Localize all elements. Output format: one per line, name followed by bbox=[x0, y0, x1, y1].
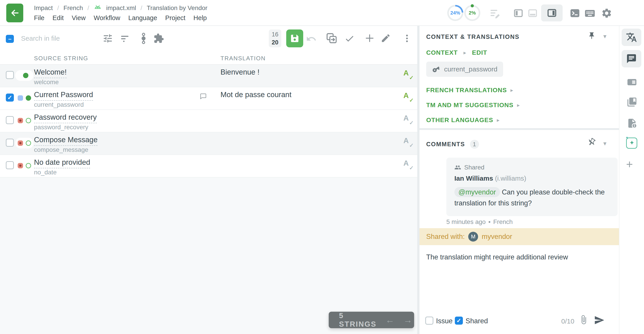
table-row[interactable]: ✓ Current Password current_password Mot … bbox=[0, 87, 417, 110]
section-other-languages[interactable]: OTHER LANGUAGES▸ bbox=[426, 117, 500, 124]
menu-view[interactable]: View bbox=[72, 14, 86, 22]
row-checkbox[interactable] bbox=[6, 71, 14, 79]
comments-panel: COMMENTS 1 ▾ Shared Ian Williams (i.will… bbox=[420, 130, 619, 334]
breadcrumb-workflow-step[interactable]: Translation by Vendor bbox=[147, 4, 207, 12]
table-row[interactable]: Welcome! welcome Bienvenue ! A✓ bbox=[0, 65, 417, 87]
qa-check-icon[interactable]: A✓ bbox=[404, 159, 413, 171]
bookmarks-rail-icon[interactable] bbox=[626, 97, 637, 107]
source-string[interactable]: Welcome! bbox=[34, 68, 67, 76]
workflow-steps-icon[interactable] bbox=[139, 33, 148, 44]
attachment-counter: 0/10 bbox=[561, 318, 574, 325]
menu-file[interactable]: File bbox=[34, 14, 44, 22]
section-tm-and-mt-suggestions[interactable]: TM AND MT SUGGESTIONS▸ bbox=[426, 102, 520, 109]
paperclip-icon[interactable] bbox=[579, 315, 588, 325]
save-button[interactable] bbox=[286, 29, 303, 47]
breadcrumb-project[interactable]: Impact bbox=[34, 4, 53, 12]
translation-status-icon bbox=[23, 73, 28, 78]
menu-project[interactable]: Project bbox=[165, 14, 185, 22]
source-string[interactable]: Current Password bbox=[34, 90, 93, 99]
ai-rail-icon[interactable]: ✦ ✦ bbox=[626, 138, 637, 149]
shared-checkbox[interactable]: ✓ bbox=[455, 317, 463, 325]
translation-text[interactable]: Mot de passe courant bbox=[220, 90, 291, 99]
table-row[interactable]: Password recovery password_recovery A✓ bbox=[0, 110, 417, 132]
more-vertical-icon[interactable] bbox=[402, 33, 412, 43]
comment-author-name[interactable]: Ian Williams bbox=[454, 174, 493, 182]
send-icon[interactable] bbox=[594, 315, 605, 326]
section-caret-icon: ▸ bbox=[497, 117, 500, 123]
add-string-icon[interactable] bbox=[364, 33, 375, 43]
prev-arrow-icon[interactable]: ← bbox=[386, 315, 394, 325]
edit-pencil-icon[interactable] bbox=[380, 33, 391, 43]
user-avatar[interactable] bbox=[621, 3, 636, 18]
terminal-icon[interactable] bbox=[569, 7, 580, 19]
edit-context-link[interactable]: EDIT bbox=[472, 49, 487, 56]
table-row[interactable]: No date provided no_date A✓ bbox=[0, 155, 417, 177]
menu-language[interactable]: Language bbox=[128, 14, 157, 22]
collapse-caret-icon[interactable]: ▾ bbox=[603, 33, 606, 40]
source-string[interactable]: Compose Message bbox=[34, 136, 98, 144]
qa-check-icon[interactable]: A✓ bbox=[404, 91, 413, 104]
edit-list-icon[interactable] bbox=[490, 7, 501, 19]
gear-icon[interactable] bbox=[601, 7, 612, 19]
filter-icon[interactable] bbox=[120, 34, 130, 44]
status-icons bbox=[15, 160, 34, 171]
mention-chip[interactable]: @myvendor bbox=[454, 187, 500, 197]
section-caret-icon: ▸ bbox=[464, 50, 466, 56]
row-checkbox[interactable] bbox=[6, 161, 14, 169]
context-link[interactable]: CONTEXT bbox=[426, 49, 458, 56]
copy-source-icon[interactable] bbox=[326, 32, 338, 44]
side-rail: ✦ ✦ + bbox=[619, 26, 644, 334]
string-key: welcome bbox=[34, 79, 58, 86]
keyboard-icon[interactable] bbox=[584, 7, 596, 19]
string-key-chip[interactable]: current_password bbox=[426, 62, 503, 77]
row-checkbox[interactable] bbox=[6, 139, 14, 147]
issue-checkbox[interactable] bbox=[425, 317, 433, 325]
puzzle-icon[interactable] bbox=[154, 33, 164, 44]
counter-bottom: 20 bbox=[272, 38, 278, 46]
breadcrumb-language[interactable]: French bbox=[64, 4, 83, 12]
select-all-checkbox[interactable]: – bbox=[6, 35, 14, 43]
key-icon bbox=[432, 65, 440, 73]
add-rail-icon[interactable]: + bbox=[626, 159, 633, 170]
qa-check-icon[interactable]: A✓ bbox=[404, 69, 413, 81]
translate-rail-icon[interactable] bbox=[622, 28, 641, 46]
layout-left-icon[interactable] bbox=[513, 8, 524, 18]
qa-check-icon[interactable]: A✓ bbox=[404, 136, 413, 149]
row-checkbox[interactable] bbox=[6, 116, 14, 124]
translation-text[interactable]: Bienvenue ! bbox=[220, 68, 260, 76]
unpin-icon[interactable] bbox=[588, 138, 596, 146]
section-french-translations[interactable]: FRENCH TRANSLATIONS▸ bbox=[426, 87, 513, 94]
table-row[interactable]: Compose Message compose_message A✓ bbox=[0, 132, 417, 155]
layout-bottom-icon[interactable] bbox=[527, 8, 538, 18]
back-button[interactable] bbox=[6, 3, 23, 22]
menu-edit[interactable]: Edit bbox=[52, 14, 64, 22]
approve-check-icon[interactable] bbox=[344, 33, 355, 44]
info-card-rail-icon[interactable] bbox=[626, 77, 637, 88]
row-checkbox[interactable]: ✓ bbox=[6, 94, 14, 102]
pin-icon[interactable] bbox=[588, 32, 596, 40]
next-arrow-icon[interactable]: → bbox=[404, 315, 412, 325]
translated-progress-ring[interactable]: 24% bbox=[447, 5, 463, 21]
qa-check-icon[interactable]: A✓ bbox=[404, 114, 413, 126]
visible-strings-counter[interactable]: 16 20 bbox=[269, 29, 281, 47]
breadcrumb-file[interactable]: impact.xml bbox=[106, 4, 136, 12]
strings-count-label: 5 STRINGS bbox=[339, 312, 376, 329]
menu-workflow[interactable]: Workflow bbox=[94, 14, 120, 22]
section-label: FRENCH TRANSLATIONS bbox=[426, 87, 507, 94]
undo-icon[interactable] bbox=[306, 33, 317, 44]
collapse-caret-icon[interactable]: ▾ bbox=[603, 140, 606, 147]
comments-rail-icon[interactable] bbox=[622, 50, 641, 67]
source-string[interactable]: Password recovery bbox=[34, 113, 97, 122]
comment-author-avatar bbox=[430, 162, 442, 174]
file-info-rail-icon[interactable] bbox=[626, 118, 637, 129]
comment-time[interactable]: 5 minutes ago bbox=[446, 218, 486, 225]
settings-sliders-icon[interactable] bbox=[102, 33, 113, 44]
approved-progress-ring[interactable]: 2% bbox=[464, 5, 480, 21]
search-input[interactable] bbox=[21, 32, 106, 45]
source-string[interactable]: No date provided bbox=[34, 158, 90, 167]
comment-input[interactable]: The translation might require additional… bbox=[426, 253, 605, 261]
vendor-name[interactable]: myvendor bbox=[482, 233, 512, 241]
context-panel: CONTEXT & TRANSLATIONS ▾ CONTEXT ▸ EDIT … bbox=[420, 26, 619, 128]
layout-right-icon[interactable] bbox=[541, 4, 562, 21]
menu-help[interactable]: Help bbox=[194, 14, 207, 22]
